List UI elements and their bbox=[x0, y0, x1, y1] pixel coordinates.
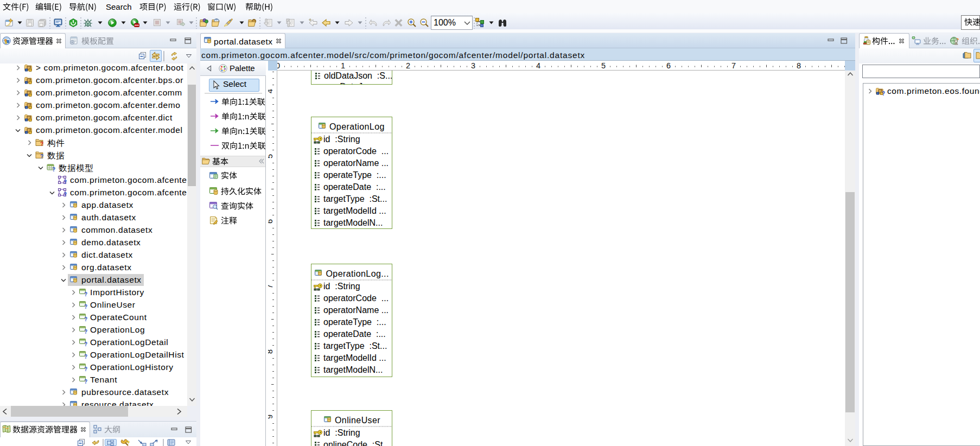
svg-text:4: 4 bbox=[536, 61, 540, 70]
svg-text:?: ? bbox=[84, 304, 87, 309]
svg-text:6: 6 bbox=[666, 61, 671, 70]
svg-text:?: ? bbox=[84, 341, 87, 347]
svg-text:7: 7 bbox=[268, 284, 274, 289]
svg-text:?: ? bbox=[84, 354, 87, 359]
svg-text:6: 6 bbox=[268, 219, 274, 224]
svg-text:2: 2 bbox=[406, 61, 410, 70]
svg-text:5: 5 bbox=[268, 154, 274, 158]
svg-text:?: ? bbox=[63, 179, 67, 184]
svg-text:?: ? bbox=[40, 154, 43, 160]
svg-text:8: 8 bbox=[797, 61, 801, 70]
svg-text:?: ? bbox=[84, 379, 87, 384]
svg-text:8: 8 bbox=[268, 349, 274, 354]
svg-text:9: 9 bbox=[268, 415, 274, 419]
svg-text:3: 3 bbox=[471, 61, 475, 70]
svg-text:?: ? bbox=[40, 141, 43, 147]
svg-text:?: ? bbox=[63, 192, 67, 197]
svg-text:1: 1 bbox=[341, 61, 345, 70]
svg-text:?: ? bbox=[52, 167, 55, 172]
svg-text:4: 4 bbox=[268, 89, 274, 93]
svg-text:?: ? bbox=[84, 316, 87, 322]
svg-text:0: 0 bbox=[277, 61, 280, 70]
svg-text:?: ? bbox=[882, 91, 885, 96]
svg-text:?: ? bbox=[84, 329, 87, 334]
svg-text:7: 7 bbox=[731, 61, 736, 70]
svg-text:?: ? bbox=[84, 366, 87, 372]
svg-text:?: ? bbox=[84, 291, 87, 297]
svg-text:5: 5 bbox=[601, 61, 606, 70]
